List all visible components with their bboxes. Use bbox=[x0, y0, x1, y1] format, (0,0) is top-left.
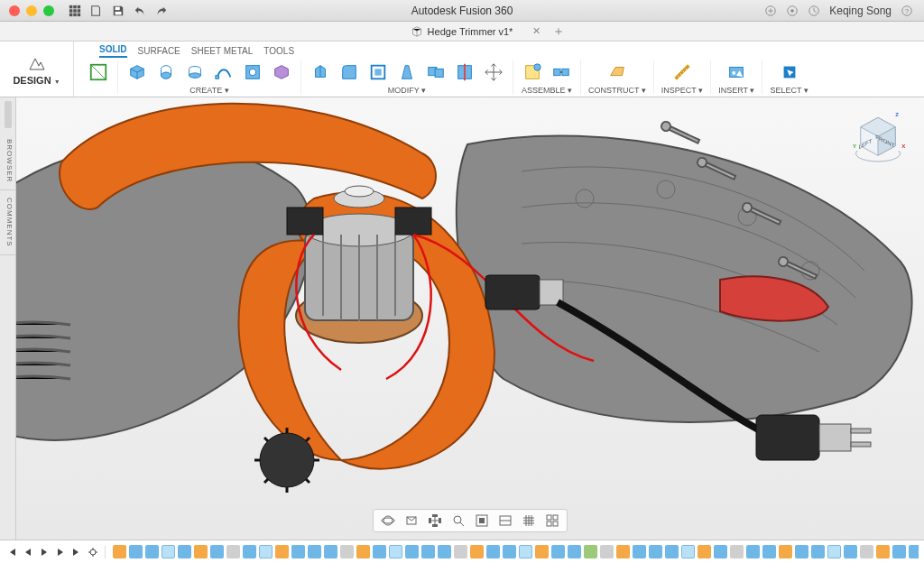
timeline-feature-39[interactable] bbox=[746, 545, 760, 558]
tab-tools[interactable]: TOOLS bbox=[263, 46, 294, 58]
create-sketch-button[interactable] bbox=[87, 60, 110, 84]
box-primitive-button[interactable] bbox=[125, 60, 149, 84]
timeline-feature-2[interactable] bbox=[145, 545, 159, 558]
timeline-feature-32[interactable] bbox=[633, 545, 646, 558]
timeline-feature-28[interactable] bbox=[568, 545, 581, 558]
timeline-features[interactable] bbox=[109, 545, 919, 558]
minimize-window-button[interactable] bbox=[26, 5, 37, 16]
tab-surface[interactable]: SURFACE bbox=[138, 46, 180, 58]
shell-button[interactable] bbox=[366, 60, 390, 84]
timeline-feature-3[interactable] bbox=[162, 545, 175, 558]
timeline-feature-37[interactable] bbox=[714, 545, 727, 558]
timeline-end-button[interactable] bbox=[70, 546, 83, 558]
select-button[interactable] bbox=[778, 60, 801, 84]
close-tab-button[interactable]: ✕ bbox=[532, 25, 541, 37]
timeline-feature-22[interactable] bbox=[470, 545, 484, 558]
timeline-settings-button[interactable] bbox=[87, 546, 99, 558]
timeline-feature-16[interactable] bbox=[373, 545, 386, 558]
user-name[interactable]: Keqing Song bbox=[829, 5, 892, 17]
timeline-feature-21[interactable] bbox=[454, 545, 467, 558]
help-button[interactable]: ? bbox=[901, 5, 913, 17]
timeline-feature-11[interactable] bbox=[291, 545, 305, 558]
joint-button[interactable] bbox=[550, 60, 573, 84]
save-button[interactable] bbox=[112, 5, 125, 17]
construct-group-label[interactable]: CONSTRUCT ▾ bbox=[588, 86, 646, 95]
timeline-feature-33[interactable] bbox=[649, 545, 662, 558]
timeline-feature-31[interactable] bbox=[616, 545, 630, 558]
timeline-feature-36[interactable] bbox=[698, 545, 711, 558]
hole-button[interactable] bbox=[241, 60, 264, 84]
sweep-button[interactable] bbox=[212, 60, 236, 84]
insert-group-label[interactable]: INSERT ▾ bbox=[718, 86, 754, 95]
timeline-feature-49[interactable] bbox=[909, 545, 919, 558]
timeline-feature-13[interactable] bbox=[324, 545, 337, 558]
close-window-button[interactable] bbox=[9, 5, 20, 16]
timeline-feature-30[interactable] bbox=[600, 545, 614, 558]
timeline-feature-47[interactable] bbox=[876, 545, 890, 558]
timeline-feature-0[interactable] bbox=[113, 545, 126, 558]
redo-button[interactable] bbox=[155, 5, 168, 17]
maximize-window-button[interactable] bbox=[43, 5, 54, 16]
timeline-feature-14[interactable] bbox=[340, 545, 354, 558]
timeline-feature-23[interactable] bbox=[486, 545, 500, 558]
fillet-button[interactable] bbox=[337, 60, 361, 84]
timeline-feature-1[interactable] bbox=[129, 545, 143, 558]
revolve-button[interactable] bbox=[183, 60, 207, 84]
undo-button[interactable] bbox=[134, 5, 146, 17]
timeline-feature-4[interactable] bbox=[178, 545, 191, 558]
split-button[interactable] bbox=[453, 60, 476, 84]
timeline-feature-38[interactable] bbox=[730, 545, 744, 558]
move-button[interactable] bbox=[482, 60, 505, 84]
document-tab[interactable]: Hedge Trimmer v1* bbox=[386, 24, 539, 39]
select-group-label[interactable]: SELECT ▾ bbox=[770, 86, 808, 95]
grid-button[interactable] bbox=[520, 512, 538, 529]
timeline-feature-27[interactable] bbox=[551, 545, 565, 558]
timeline-feature-35[interactable] bbox=[681, 545, 695, 558]
new-tab-button[interactable]: ＋ bbox=[552, 23, 565, 40]
timeline-next-button[interactable] bbox=[54, 546, 67, 558]
job-status-button[interactable] bbox=[786, 5, 799, 17]
timeline-feature-17[interactable] bbox=[389, 545, 402, 558]
timeline-play-button[interactable] bbox=[38, 546, 51, 558]
timeline-feature-19[interactable] bbox=[421, 545, 435, 558]
timeline-feature-7[interactable] bbox=[226, 545, 240, 558]
timeline-feature-46[interactable] bbox=[860, 545, 873, 558]
modify-group-label[interactable]: MODIFY ▾ bbox=[388, 86, 426, 95]
look-at-button[interactable] bbox=[402, 512, 420, 529]
timeline-feature-45[interactable] bbox=[844, 545, 857, 558]
viewports-button[interactable] bbox=[543, 512, 561, 529]
data-panel-button[interactable] bbox=[69, 5, 81, 17]
browser-tab[interactable]: BROWSER bbox=[0, 132, 15, 190]
timeline-feature-15[interactable] bbox=[356, 545, 370, 558]
new-component-button[interactable] bbox=[521, 60, 544, 84]
extensions-button[interactable] bbox=[764, 5, 777, 17]
timeline-feature-24[interactable] bbox=[503, 545, 516, 558]
file-menu-button[interactable] bbox=[90, 5, 103, 17]
timeline-feature-44[interactable] bbox=[827, 545, 841, 558]
timeline-feature-41[interactable] bbox=[779, 545, 792, 558]
3d-viewport[interactable]: FRONT LEFT X Y Z bbox=[16, 97, 924, 540]
construction-plane-button[interactable] bbox=[605, 60, 629, 84]
timeline-feature-18[interactable] bbox=[405, 545, 419, 558]
timeline-feature-6[interactable] bbox=[210, 545, 224, 558]
inspect-group-label[interactable]: INSPECT ▾ bbox=[661, 86, 703, 95]
tab-sheet-metal[interactable]: SHEET METAL bbox=[191, 46, 254, 58]
timeline-feature-48[interactable] bbox=[892, 545, 906, 558]
display-mode-button[interactable] bbox=[496, 512, 514, 529]
timeline-prev-button[interactable] bbox=[22, 546, 34, 558]
timeline-feature-9[interactable] bbox=[259, 545, 273, 558]
timeline-feature-10[interactable] bbox=[275, 545, 289, 558]
notifications-button[interactable] bbox=[808, 5, 820, 17]
timeline-feature-5[interactable] bbox=[194, 545, 208, 558]
timeline-feature-20[interactable] bbox=[438, 545, 451, 558]
extrude-button[interactable] bbox=[154, 60, 178, 84]
timeline-feature-40[interactable] bbox=[762, 545, 776, 558]
tab-solid[interactable]: SOLID bbox=[99, 44, 127, 58]
comments-tab[interactable]: COMMENTS bbox=[0, 190, 15, 255]
zoom-button[interactable] bbox=[449, 512, 467, 529]
timeline-feature-29[interactable] bbox=[584, 545, 597, 558]
timeline-feature-43[interactable] bbox=[811, 545, 825, 558]
assemble-group-label[interactable]: ASSEMBLE ▾ bbox=[522, 86, 572, 95]
timeline-feature-34[interactable] bbox=[665, 545, 679, 558]
measure-button[interactable] bbox=[670, 60, 694, 84]
